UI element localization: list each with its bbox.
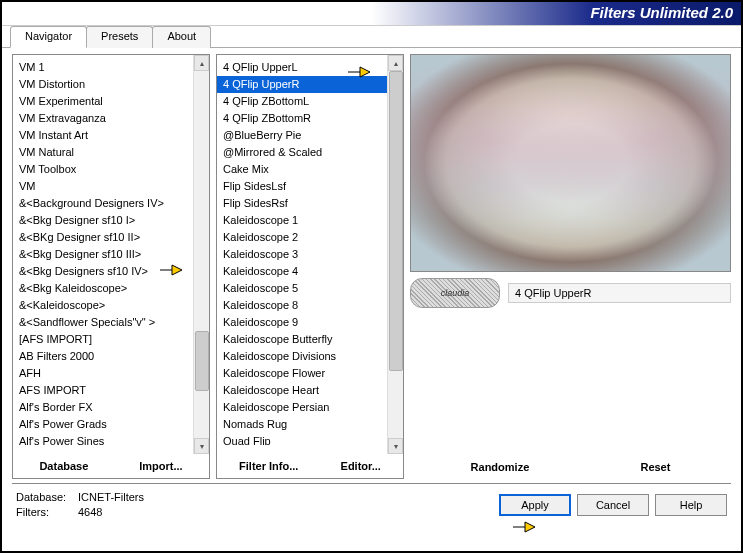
scroll-thumb[interactable] — [195, 331, 209, 391]
import-button[interactable]: Import... — [135, 458, 186, 474]
list-item[interactable]: Alf's Power Sines — [13, 433, 209, 445]
selected-filter-name: 4 QFlip UpperR — [508, 283, 731, 303]
list-item[interactable]: Kaleidoscope 1 — [217, 212, 403, 229]
list-item[interactable]: Kaleidoscope 2 — [217, 229, 403, 246]
list-item[interactable]: &<Kaleidoscope> — [13, 297, 209, 314]
list-item[interactable]: VM Distortion — [13, 76, 209, 93]
list-item[interactable]: VM Instant Art — [13, 127, 209, 144]
database-label: Database: — [16, 490, 78, 505]
tab-about[interactable]: About — [152, 26, 211, 48]
list-item[interactable]: VM Experimental — [13, 93, 209, 110]
list-item[interactable]: Kaleidoscope 9 — [217, 314, 403, 331]
list-item[interactable]: &<Bkg Kaleidoscope> — [13, 280, 209, 297]
preview-panel: claudia 4 QFlip UpperR Randomize Reset — [410, 54, 731, 479]
scroll-up-icon[interactable]: ▴ — [194, 55, 209, 71]
list-item[interactable]: VM Extravaganza — [13, 110, 209, 127]
list-item[interactable]: Kaleidoscope Persian — [217, 399, 403, 416]
list-item[interactable]: Kaleidoscope Flower — [217, 365, 403, 382]
list-item[interactable]: AFS IMPORT — [13, 382, 209, 399]
list-item[interactable]: @BlueBerry Pie — [217, 127, 403, 144]
list-item[interactable]: Cake Mix — [217, 161, 403, 178]
scroll-up-icon[interactable]: ▴ — [388, 55, 403, 71]
list-item[interactable]: AB Filters 2000 — [13, 348, 209, 365]
list-item[interactable]: Kaleidoscope 8 — [217, 297, 403, 314]
footer: Database:ICNET-Filters Filters:4648 Appl… — [2, 484, 741, 526]
list-item[interactable]: VM 1 — [13, 59, 209, 76]
apply-button[interactable]: Apply — [499, 494, 571, 516]
filters-label: Filters: — [16, 505, 78, 520]
preview-image — [410, 54, 731, 272]
list-item[interactable]: VM Toolbox — [13, 161, 209, 178]
scrollbar[interactable]: ▴ ▾ — [193, 55, 209, 454]
list-item[interactable]: Kaleidoscope 3 — [217, 246, 403, 263]
list-item[interactable]: &<Bkg Designers sf10 IV> — [13, 263, 209, 280]
list-item[interactable]: VM Natural — [13, 144, 209, 161]
scroll-down-icon[interactable]: ▾ — [388, 438, 403, 454]
list-item[interactable]: &<Background Designers IV> — [13, 195, 209, 212]
category-panel: VM 1 VM Distortion VM Experimental VM Ex… — [12, 54, 210, 479]
filter-panel: 4 QFlip UpperL 4 QFlip UpperR 4 QFlip ZB… — [216, 54, 404, 479]
list-item[interactable]: Kaleidoscope 5 — [217, 280, 403, 297]
list-item[interactable]: Alf's Border FX — [13, 399, 209, 416]
list-item[interactable]: Kaleidoscope 4 — [217, 263, 403, 280]
watermark-badge: claudia — [410, 278, 500, 308]
cancel-button[interactable]: Cancel — [577, 494, 649, 516]
list-item[interactable]: @Mirrored & Scaled — [217, 144, 403, 161]
app-title: Filters Unlimited 2.0 — [590, 4, 733, 21]
list-item[interactable]: 4 QFlip UpperR — [217, 76, 403, 93]
list-item[interactable]: 4 QFlip ZBottomL — [217, 93, 403, 110]
list-item[interactable]: &<BKg Designer sf10 II> — [13, 229, 209, 246]
list-item[interactable]: Alf's Power Grads — [13, 416, 209, 433]
main-content: VM 1 VM Distortion VM Experimental VM Ex… — [2, 47, 741, 483]
editor-button[interactable]: Editor... — [337, 458, 385, 474]
list-item[interactable]: Quad Flip — [217, 433, 403, 445]
tab-navigator[interactable]: Navigator — [10, 26, 87, 48]
reset-button[interactable]: Reset — [636, 459, 674, 475]
filters-count: 4648 — [78, 506, 102, 518]
list-item[interactable]: 4 QFlip UpperL — [217, 59, 403, 76]
tabs-bar: Navigator Presets About — [2, 26, 741, 48]
list-item[interactable]: Flip SidesLsf — [217, 178, 403, 195]
list-item[interactable]: Kaleidoscope Butterfly — [217, 331, 403, 348]
list-item[interactable]: 4 QFlip ZBottomR — [217, 110, 403, 127]
category-list[interactable]: VM 1 VM Distortion VM Experimental VM Ex… — [13, 55, 209, 445]
list-item[interactable]: Flip SidesRsf — [217, 195, 403, 212]
list-item[interactable]: Nomads Rug — [217, 416, 403, 433]
scrollbar[interactable]: ▴ ▾ — [387, 55, 403, 454]
scroll-down-icon[interactable]: ▾ — [194, 438, 209, 454]
filter-info-button[interactable]: Filter Info... — [235, 458, 302, 474]
list-item[interactable]: AFH — [13, 365, 209, 382]
tab-presets[interactable]: Presets — [86, 26, 153, 48]
list-item[interactable]: Kaleidoscope Heart — [217, 382, 403, 399]
list-item[interactable]: VM — [13, 178, 209, 195]
help-button[interactable]: Help — [655, 494, 727, 516]
database-button[interactable]: Database — [35, 458, 92, 474]
randomize-button[interactable]: Randomize — [467, 459, 534, 475]
list-item[interactable]: [AFS IMPORT] — [13, 331, 209, 348]
filter-list[interactable]: 4 QFlip UpperL 4 QFlip UpperR 4 QFlip ZB… — [217, 55, 403, 445]
list-item[interactable]: Kaleidoscope Divisions — [217, 348, 403, 365]
list-item[interactable]: &<Sandflower Specials"v" > — [13, 314, 209, 331]
list-item[interactable]: &<Bkg Designer sf10 III> — [13, 246, 209, 263]
titlebar: Filters Unlimited 2.0 — [2, 2, 741, 26]
scroll-thumb[interactable] — [389, 71, 403, 371]
database-value: ICNET-Filters — [78, 491, 144, 503]
list-item[interactable]: &<Bkg Designer sf10 I> — [13, 212, 209, 229]
